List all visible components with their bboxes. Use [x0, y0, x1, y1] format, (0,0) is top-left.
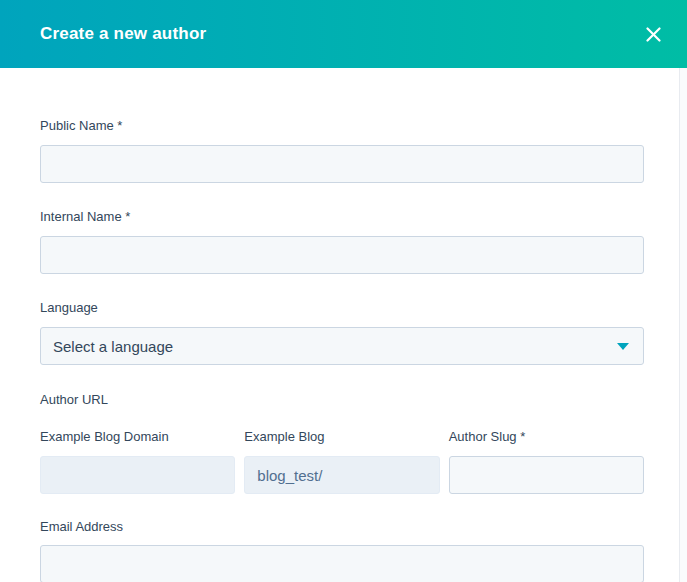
- close-icon: [646, 27, 661, 42]
- modal-header: Create a new author: [0, 0, 687, 68]
- close-button[interactable]: [641, 22, 665, 46]
- language-selected-value: Select a language: [53, 338, 173, 355]
- email-address-input[interactable]: [40, 545, 644, 582]
- scrollbar-track[interactable]: [679, 68, 687, 582]
- public-name-label: Public Name *: [40, 118, 644, 133]
- author-col-blog-domain: Example Blog Domain: [40, 429, 235, 494]
- example-blog-domain-input: [40, 456, 235, 494]
- language-label: Language: [40, 300, 644, 315]
- example-blog-input: [244, 456, 439, 494]
- field-group-author-url: Author URL Example Blog Domain Example B…: [40, 392, 644, 494]
- example-blog-label: Example Blog: [244, 429, 439, 444]
- author-slug-input[interactable]: [449, 456, 644, 494]
- language-select[interactable]: Select a language: [40, 327, 644, 365]
- author-col-example-blog: Example Blog: [244, 429, 439, 494]
- field-group-internal-name: Internal Name *: [40, 209, 644, 274]
- internal-name-label: Internal Name *: [40, 209, 644, 224]
- author-url-row: Example Blog Domain Example Blog Author …: [40, 429, 644, 494]
- author-url-label: Author URL: [40, 392, 644, 407]
- modal-title: Create a new author: [40, 24, 206, 44]
- field-group-public-name: Public Name *: [40, 118, 644, 183]
- public-name-input[interactable]: [40, 145, 644, 183]
- author-col-author-slug: Author Slug *: [449, 429, 644, 494]
- internal-name-input[interactable]: [40, 236, 644, 274]
- field-group-language: Language Select a language: [40, 300, 644, 365]
- example-blog-domain-label: Example Blog Domain: [40, 429, 235, 444]
- email-address-label: Email Address: [40, 519, 644, 534]
- author-slug-label: Author Slug *: [449, 429, 644, 444]
- field-group-email: Email Address: [40, 519, 644, 582]
- create-author-modal: Create a new author Public Name * Intern…: [0, 0, 687, 582]
- chevron-down-icon: [617, 343, 629, 350]
- modal-body: Public Name * Internal Name * Language S…: [0, 68, 687, 582]
